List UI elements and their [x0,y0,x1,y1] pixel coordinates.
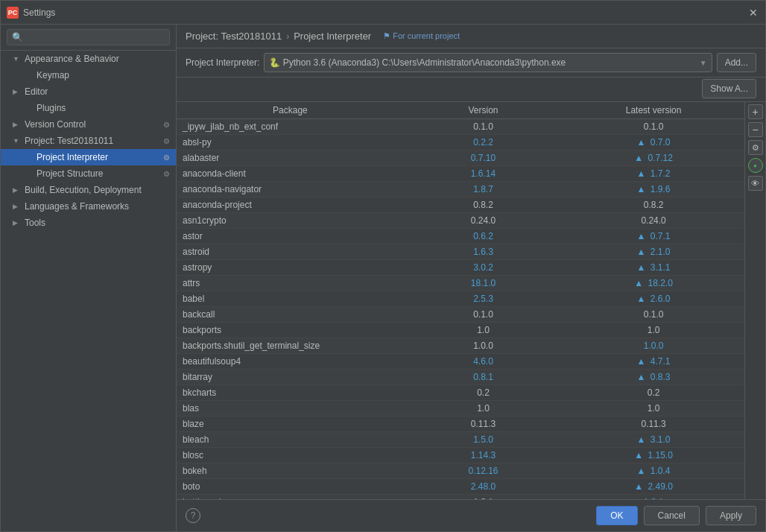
sidebar-item-tools[interactable]: ▶ Tools [1,215,176,231]
dropdown-arrow-icon: ▼ [700,59,707,67]
sidebar-item-editor[interactable]: ▶ Editor [1,83,176,100]
interpreter-select[interactable]: 🐍 Python 3.6 (Anaconda3) C:\Users\Admini… [264,53,712,72]
table-row[interactable]: backports1.01.0 [177,323,744,338]
sidebar-item-version-control[interactable]: ▶ Version Control ⚙ [1,116,176,133]
table-row[interactable]: anaconda-project0.8.20.8.2 [177,197,744,213]
package-version: 0.11.3 [404,417,563,432]
table-row[interactable]: beautifulsoup44.6.0▲ 4.7.1 [177,354,744,370]
interpreter-value: 🐍 Python 3.6 (Anaconda3) C:\Users\Admini… [269,57,566,68]
package-name: astroid [177,244,404,260]
package-name: bkcharts [177,385,404,401]
package-version: 1.0 [404,401,563,417]
package-settings-button[interactable]: ⚙ [748,140,763,155]
upgrade-arrow-icon: ▲ [637,372,648,382]
table-row[interactable]: bleach1.5.0▲ 3.1.0 [177,432,744,448]
col-header-package[interactable]: Package [177,102,404,119]
table-row[interactable]: astor0.6.2▲ 0.7.1 [177,229,744,244]
table-row[interactable]: backcall0.1.00.1.0 [177,307,744,323]
package-latest: 0.8.2 [563,197,744,213]
sidebar-item-plugins[interactable]: Plugins [1,100,176,116]
table-row[interactable]: attrs18.1.0▲ 18.2.0 [177,276,744,291]
upgrade-arrow-icon: ▲ [637,466,648,476]
search-bar [1,25,176,51]
apply-button[interactable]: Apply [706,506,756,525]
table-row[interactable]: blas1.01.0 [177,401,744,417]
sidebar-item-label: Project: Test20181011 [25,136,113,146]
package-name: backports [177,323,404,338]
package-name: absl-py [177,135,404,151]
table-row[interactable]: anaconda-navigator1.8.7▲ 1.9.6 [177,182,744,197]
breadcrumb-current: Project Interpreter [294,31,371,42]
package-name: _ipyw_jlab_nb_ext_conf [177,119,404,135]
table-row[interactable]: backports.shutil_get_terminal_size1.0.01… [177,338,744,354]
package-version: 3.0.2 [404,260,563,276]
package-latest: 0.24.0 [563,213,744,229]
sidebar-item-label: Tools [25,218,45,228]
search-input[interactable] [7,29,170,45]
table-row[interactable]: alabaster0.7.10▲ 0.7.12 [177,151,744,166]
expand-arrow: ▶ [13,186,20,194]
sidebar-item-languages-frameworks[interactable]: ▶ Languages & Frameworks [1,198,176,215]
table-row[interactable]: _ipyw_jlab_nb_ext_conf0.1.00.1.0 [177,119,744,135]
package-latest: 1.0.0 [563,338,744,354]
package-name: anaconda-project [177,197,404,213]
table-row[interactable]: bkcharts0.20.2 [177,385,744,401]
show-all-button[interactable]: Show A... [702,79,756,98]
help-button[interactable]: ? [186,508,200,523]
side-actions: + − ⚙ ● 👁 [744,102,765,499]
package-version: 0.6.2 [404,229,563,244]
table-row[interactable]: blosc1.14.3▲ 1.15.0 [177,448,744,463]
table-row[interactable]: babel2.5.3▲ 2.6.0 [177,291,744,307]
table-row[interactable]: astroid1.6.3▲ 2.1.0 [177,244,744,260]
table-row[interactable]: blaze0.11.30.11.3 [177,417,744,432]
sidebar-item-label: Editor [25,86,48,97]
main-content: ▼ Appearance & Behavior Keymap ▶ Editor … [1,25,765,531]
interpreter-row: Project Interpreter: 🐍 Python 3.6 (Anaco… [177,48,765,77]
right-panel: Project: Test20181011 › Project Interpre… [177,25,765,531]
sidebar-item-project[interactable]: ▼ Project: Test20181011 ⚙ [1,133,176,149]
col-header-version[interactable]: Version [404,102,563,119]
cancel-button[interactable]: Cancel [644,506,700,525]
add-interpreter-button[interactable]: Add... [717,53,756,72]
packages-table-wrap[interactable]: Package Version Latest version _ipyw_jla… [177,102,744,499]
package-name: bokeh [177,463,404,479]
table-row[interactable]: bitarray0.8.1▲ 0.8.3 [177,370,744,385]
table-row[interactable]: anaconda-client1.6.14▲ 1.7.2 [177,166,744,182]
col-header-latest[interactable]: Latest version [563,102,744,119]
table-row[interactable]: bottleneck1.2.11.2.1 [177,495,744,500]
close-button[interactable]: ✕ [747,7,759,19]
package-latest: ▲ 2.1.0 [563,244,744,260]
table-row[interactable]: absl-py0.2.2▲ 0.7.0 [177,135,744,151]
breadcrumb-project: Project: Test20181011 [186,31,282,42]
toggle-view-button[interactable]: 👁 [748,176,763,191]
sidebar-item-label: Build, Execution, Deployment [25,185,142,195]
remove-package-button[interactable]: − [748,122,763,137]
upgrade-arrow-icon: ▲ [637,294,648,304]
package-latest: ▲ 0.8.3 [563,370,744,385]
package-latest: ▲ 1.15.0 [563,448,744,463]
show-all-row: Show A... [177,77,765,102]
sidebar-item-appearance-behavior[interactable]: ▼ Appearance & Behavior [1,51,176,67]
package-name: bitarray [177,370,404,385]
packages-table: Package Version Latest version _ipyw_jla… [177,102,744,499]
sidebar-item-keymap[interactable]: Keymap [1,67,176,83]
package-version: 1.0.0 [404,338,563,354]
add-package-button[interactable]: + [748,104,763,119]
sidebar-item-build-execution[interactable]: ▶ Build, Execution, Deployment [1,182,176,198]
titlebar: PC Settings ✕ [1,1,765,25]
table-row[interactable]: astropy3.0.2▲ 3.1.1 [177,260,744,276]
table-row[interactable]: boto2.48.0▲ 2.49.0 [177,479,744,495]
package-version: 2.48.0 [404,479,563,495]
expand-arrow: ▼ [13,55,20,63]
upgrade-package-button[interactable]: ● [748,158,763,173]
table-row[interactable]: asn1crypto0.24.00.24.0 [177,213,744,229]
package-latest: 1.0 [563,401,744,417]
table-row[interactable]: bokeh0.12.16▲ 1.0.4 [177,463,744,479]
ok-button[interactable]: OK [596,506,637,525]
package-version: 1.0 [404,323,563,338]
package-name: alabaster [177,151,404,166]
sidebar-item-project-structure[interactable]: Project Structure ⚙ [1,165,176,182]
sidebar-item-project-interpreter[interactable]: Project Interpreter ⚙ [1,149,176,165]
package-latest: ▲ 3.1.0 [563,432,744,448]
package-version: 0.24.0 [404,213,563,229]
